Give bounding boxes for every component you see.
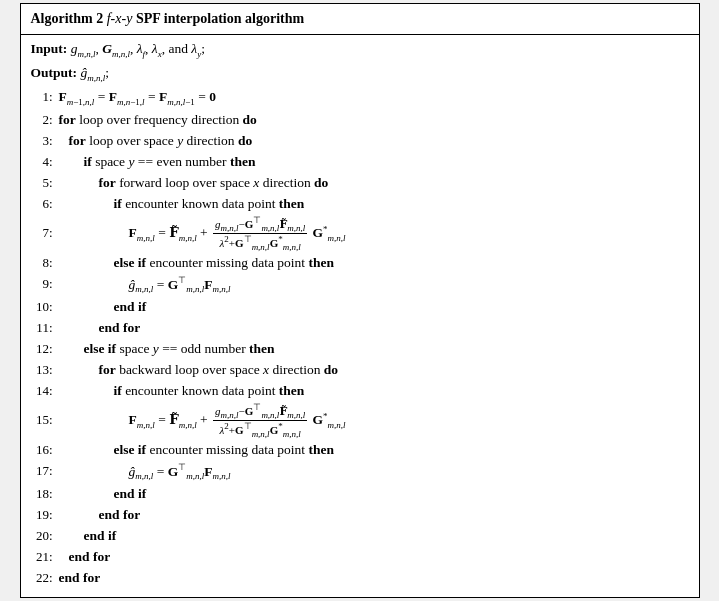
algorithm-box: Algorithm 2 f-x-y SPF interpolation algo… — [20, 3, 700, 597]
line-num-17: 17: — [31, 461, 59, 481]
output-label: Output: — [31, 65, 78, 80]
line-num-7: 7: — [31, 223, 59, 243]
code-line-2: 2: for loop over frequency direction do — [31, 110, 689, 131]
line-content-4: if space y == even number then — [84, 152, 689, 173]
code-line-1: 1: Fm−1,n,l = Fm,n−1,l = Fm,n,l−1 = 0 — [31, 87, 689, 110]
code-line-20: 20: end if — [31, 526, 689, 547]
code-line-21: 21: end for — [31, 547, 689, 568]
code-line-14: 14: if encounter known data point then — [31, 381, 689, 402]
code-line-8: 8: else if encounter missing data point … — [31, 253, 689, 274]
algorithm-body: Input: gm,n,l, Gm,n,l, λf, λx, and λy; O… — [21, 35, 699, 596]
algorithm-title-italic: f-x-y — [107, 11, 133, 26]
line-content-17: ĝm,n,l = G⊤m,n,lFm,n,l — [129, 461, 689, 484]
line-content-20: end if — [84, 526, 689, 547]
line-content-8: else if encounter missing data point the… — [114, 253, 689, 274]
code-line-5: 5: for forward loop over space x directi… — [31, 173, 689, 194]
algorithm-title-rest: SPF interpolation algorithm — [132, 11, 304, 26]
code-line-7: 7: Fm,n,l = F̃m,n,l + gm,n,l−G⊤m,n,lF̃m,… — [31, 215, 689, 253]
code-line-19: 19: end for — [31, 505, 689, 526]
line-content-21: end for — [69, 547, 689, 568]
line-num-15: 15: — [31, 410, 59, 430]
code-line-3: 3: for loop over space y direction do — [31, 131, 689, 152]
line-content-6: if encounter known data point then — [114, 194, 689, 215]
line-num-5: 5: — [31, 173, 59, 193]
line-num-4: 4: — [31, 152, 59, 172]
line-num-21: 21: — [31, 547, 59, 567]
code-line-10: 10: end if — [31, 297, 689, 318]
code-line-18: 18: end if — [31, 484, 689, 505]
input-line: Input: gm,n,l, Gm,n,l, λf, λx, and λy; — [31, 39, 689, 62]
line-num-1: 1: — [31, 87, 59, 107]
line-content-9: ĝm,n,l = G⊤m,n,lFm,n,l — [129, 274, 689, 297]
line-num-18: 18: — [31, 484, 59, 504]
output-content: ĝm,n,l; — [80, 65, 109, 80]
algorithm-number: Algorithm 2 — [31, 11, 107, 26]
code-line-11: 11: end for — [31, 318, 689, 339]
code-line-22: 22: end for — [31, 568, 689, 589]
input-label: Input: — [31, 41, 68, 56]
code-line-13: 13: for backward loop over space x direc… — [31, 360, 689, 381]
line-content-11: end for — [99, 318, 689, 339]
algorithm-header: Algorithm 2 f-x-y SPF interpolation algo… — [21, 4, 699, 35]
line-num-3: 3: — [31, 131, 59, 151]
line-num-14: 14: — [31, 381, 59, 401]
line-content-2: for loop over frequency direction do — [59, 110, 689, 131]
line-num-10: 10: — [31, 297, 59, 317]
line-content-19: end for — [99, 505, 689, 526]
line-num-13: 13: — [31, 360, 59, 380]
line-num-8: 8: — [31, 253, 59, 273]
code-line-6: 6: if encounter known data point then — [31, 194, 689, 215]
output-line: Output: ĝm,n,l; — [31, 63, 689, 86]
line-num-2: 2: — [31, 110, 59, 130]
line-content-22: end for — [59, 568, 689, 589]
line-content-1: Fm−1,n,l = Fm,n−1,l = Fm,n,l−1 = 0 — [59, 87, 689, 110]
input-content: gm,n,l, Gm,n,l, λf, λx, and λy; — [71, 41, 205, 56]
line-content-12: else if space y == odd number then — [84, 339, 689, 360]
code-line-17: 17: ĝm,n,l = G⊤m,n,lFm,n,l — [31, 461, 689, 484]
code-line-12: 12: else if space y == odd number then — [31, 339, 689, 360]
code-line-9: 9: ĝm,n,l = G⊤m,n,lFm,n,l — [31, 274, 689, 297]
line-content-16: else if encounter missing data point the… — [114, 440, 689, 461]
line-num-20: 20: — [31, 526, 59, 546]
line-num-11: 11: — [31, 318, 59, 338]
code-line-4: 4: if space y == even number then — [31, 152, 689, 173]
line-content-7: Fm,n,l = F̃m,n,l + gm,n,l−G⊤m,n,lF̃m,n,l… — [129, 215, 689, 253]
line-content-13: for backward loop over space x direction… — [99, 360, 689, 381]
line-content-10: end if — [114, 297, 689, 318]
line-content-14: if encounter known data point then — [114, 381, 689, 402]
line-content-3: for loop over space y direction do — [69, 131, 689, 152]
line-num-16: 16: — [31, 440, 59, 460]
line-num-6: 6: — [31, 194, 59, 214]
line-content-18: end if — [114, 484, 689, 505]
line-num-9: 9: — [31, 274, 59, 294]
line-content-15: Fm,n,l = F̃m,n,l + gm,n,l−G⊤m,n,lF̃m,n,l… — [129, 402, 689, 440]
line-num-19: 19: — [31, 505, 59, 525]
code-line-15: 15: Fm,n,l = F̃m,n,l + gm,n,l−G⊤m,n,lF̃m… — [31, 402, 689, 440]
line-num-22: 22: — [31, 568, 59, 588]
line-content-5: for forward loop over space x direction … — [99, 173, 689, 194]
code-line-16: 16: else if encounter missing data point… — [31, 440, 689, 461]
code-lines: 1: Fm−1,n,l = Fm,n−1,l = Fm,n,l−1 = 0 2:… — [31, 87, 689, 588]
line-num-12: 12: — [31, 339, 59, 359]
